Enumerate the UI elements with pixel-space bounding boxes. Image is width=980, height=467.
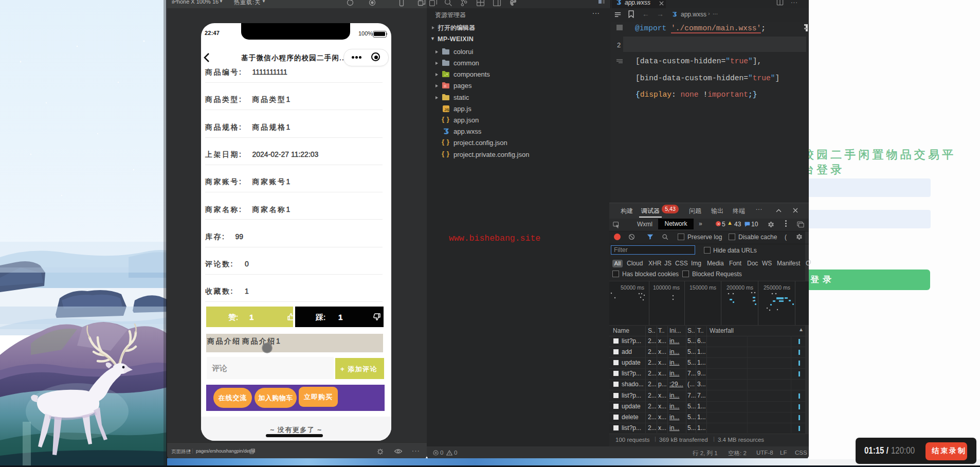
svg-text:JS: JS bbox=[444, 107, 449, 112]
